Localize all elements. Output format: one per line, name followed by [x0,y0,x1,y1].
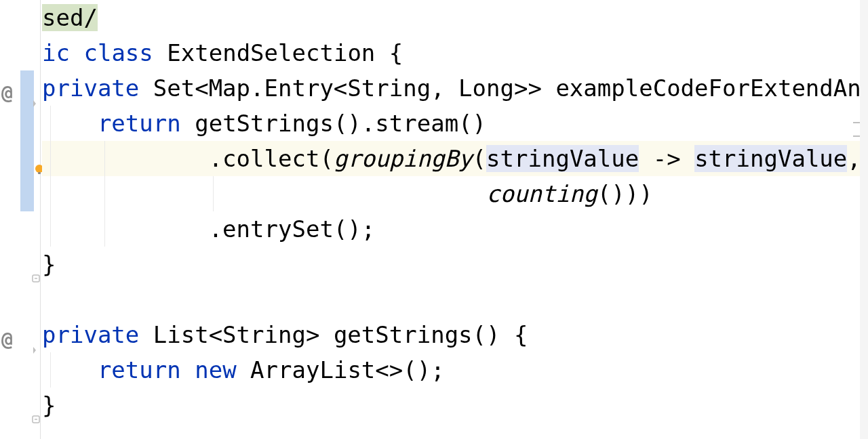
punctuation: ())) [597,180,653,207]
method-name: getStrings [334,321,473,348]
close-brace: } [42,392,56,419]
editor-gutter[interactable]: @ @ [0,0,41,439]
type: List<String> [139,321,334,348]
punctuation: { [375,39,403,66]
lambda-param-highlighted: stringValue [486,145,639,172]
punctuation: , [847,145,861,172]
annotation-marker-icon[interactable]: @ [1,76,13,111]
type: Set<Map.Entry<String, Long>> [139,75,555,102]
code-line[interactable]: private List<String> getStrings() { [42,317,868,352]
variable-highlighted: stringValue [694,145,847,172]
code-line[interactable]: .entrySet(); [42,211,868,247]
annotation-marker-icon[interactable]: @ [1,322,13,358]
code-line-current[interactable]: .collect(groupingBy(stringValue -> strin… [42,141,868,176]
fold-end-icon[interactable] [31,398,41,408]
code-line[interactable]: return getStrings().stream() [42,106,868,141]
arrow: -> [639,145,694,172]
class-name: ExtendSelection [167,39,375,66]
constructor-call: ArrayList<>(); [237,356,445,383]
code-line[interactable]: counting())) [42,176,868,211]
fold-toggle-icon[interactable] [31,83,41,92]
keyword: private [42,75,139,102]
method-call: getStrings().stream() [181,110,486,137]
close-brace: } [42,251,56,278]
selection: sed/ [42,4,98,31]
keyword: ic [42,39,70,66]
method-name: exampleCodeForExtendAndS [555,75,868,102]
code-editor[interactable]: @ @ sed/ ic class ExtendSelection { priv [0,0,868,439]
keyword: class [83,39,153,66]
indent [42,145,209,172]
code-line[interactable]: } [42,388,868,423]
code-line[interactable]: sed/ [42,0,868,35]
code-line-blank[interactable] [42,282,868,317]
indent [42,215,209,243]
keyword: return [98,356,181,383]
indent [42,180,486,207]
code-line[interactable]: ic class ExtendSelection { [42,35,868,70]
keyword: return [98,110,181,137]
code-content[interactable]: sed/ ic class ExtendSelection { private … [41,0,868,439]
vertical-scrollbar[interactable] [860,0,868,439]
code-line[interactable]: return new ArrayList<>(); [42,352,868,388]
static-method: groupingBy [334,145,473,172]
static-method: counting [486,180,597,207]
punctuation: ( [473,145,486,172]
keyword: new [195,356,236,383]
fold-end-icon[interactable] [31,257,41,267]
punctuation: .collect( [209,145,334,172]
fold-toggle-icon[interactable] [31,329,41,339]
punctuation: () { [473,321,528,348]
method-call: .entrySet(); [209,215,376,243]
code-line[interactable]: } [42,247,868,282]
code-line[interactable]: private Set<Map.Entry<String, Long>> exa… [42,70,868,106]
keyword: private [42,321,139,348]
